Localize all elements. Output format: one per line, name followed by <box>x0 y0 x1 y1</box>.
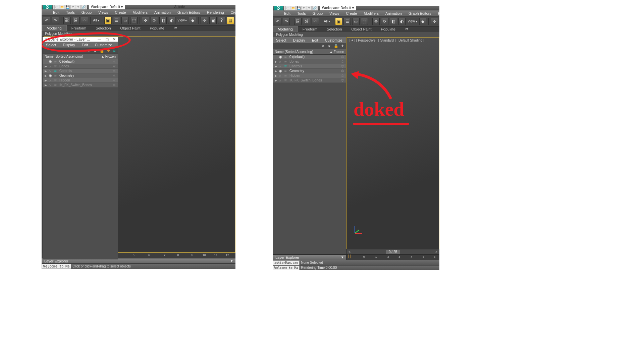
se-layers-icon[interactable]: ≋ <box>113 49 116 53</box>
rotate-button[interactable]: ⟳ <box>151 17 158 24</box>
layer-row[interactable]: ◉≋0 (default)✲ <box>43 59 118 64</box>
expand-arrow-icon[interactable]: ▶ <box>275 79 277 82</box>
workspace-selector[interactable]: Workspace: Default ▾ <box>320 6 356 10</box>
ribbon-tab-modeling[interactable]: Modeling <box>42 25 67 31</box>
menu-create[interactable]: Create <box>342 11 360 16</box>
layer-row[interactable]: ▶○≋Controls✲ <box>43 69 118 73</box>
qat-new-icon[interactable]: ▢ <box>285 6 290 10</box>
layer-name[interactable]: Controls <box>59 69 111 73</box>
ribbon-collapse-icon[interactable]: ▫▾ <box>400 26 413 32</box>
freeze-icon[interactable]: ✲ <box>112 59 118 64</box>
qat-new-icon[interactable]: ▢ <box>54 5 59 9</box>
freeze-icon[interactable]: ✲ <box>341 73 346 78</box>
ribbon-tab-object-paint[interactable]: Object Paint <box>347 26 376 32</box>
qat-open-icon[interactable]: 📂 <box>60 5 64 9</box>
link-button[interactable]: ⛓ <box>294 18 302 25</box>
layer-name[interactable]: IK_FK_Switch_Bones <box>289 78 339 82</box>
visibility-eye-icon[interactable]: ◉ <box>49 73 53 78</box>
col-name[interactable]: Name (Sorted Ascending) <box>275 50 313 54</box>
menu-rendering[interactable]: Rendering <box>435 11 439 16</box>
layer-row[interactable]: ◉≋0 (default)✲ <box>273 55 346 59</box>
visibility-eye-icon[interactable]: ○ <box>49 64 53 68</box>
scene-explorer-docked[interactable]: Select Display Edit Customize ✕ ▼ 🔒 ✚ Na… <box>273 37 346 260</box>
layer-name[interactable]: IK_FK_Switch_Bones <box>59 83 111 87</box>
visibility-eye-icon[interactable]: ◉ <box>279 69 283 73</box>
freeze-icon[interactable]: ✲ <box>341 64 346 69</box>
toggle-scene-explorer-button[interactable]: ▤ <box>227 17 234 24</box>
workspace-selector[interactable]: Workspace: Default ▾ <box>89 5 125 9</box>
layer-row[interactable]: ▶◉≋Geometry✲ <box>273 69 346 73</box>
select-object-button[interactable]: ▣ <box>335 18 342 25</box>
qat-save-icon[interactable]: 💾 <box>296 6 301 10</box>
layer-name[interactable]: Bones <box>289 60 339 63</box>
qat-undo-icon[interactable]: ↶ <box>302 6 306 10</box>
freeze-icon[interactable]: ✲ <box>112 64 118 69</box>
ribbon-tab-object-paint[interactable]: Object Paint <box>116 25 145 31</box>
qat-save-icon[interactable]: 💾 <box>65 5 70 9</box>
se-search-clear-icon[interactable]: ✕ <box>322 44 325 48</box>
layer-name[interactable]: Hidden <box>59 78 111 82</box>
menu-group[interactable]: Group <box>309 11 326 16</box>
scene-explorer-floating[interactable]: 3 Scene Explorer - Layer ... — ▢ ✕ Selec… <box>43 37 118 259</box>
se-lock-icon[interactable]: 🔒 <box>334 44 338 48</box>
time-slider[interactable]: < 0 / 25 > <box>346 249 439 254</box>
se-menu-display[interactable]: Display <box>290 38 309 43</box>
select-by-name-button[interactable]: ☰ <box>343 18 351 25</box>
use-pivot-button[interactable]: ◆ <box>419 18 427 25</box>
menu-graph-editors[interactable]: Graph Editors <box>405 11 435 16</box>
menu-tools[interactable]: Tools <box>294 11 309 16</box>
se-filter-icon[interactable]: ▼ <box>327 44 331 48</box>
ribbon-tab-freeform[interactable]: Freeform <box>67 25 91 31</box>
ribbon-tab-selection[interactable]: Selection <box>322 26 346 32</box>
col-frozen[interactable]: ▲ Frozen <box>101 55 116 58</box>
scene-explorer-header[interactable]: Name (Sorted Ascending) ▲ Frozen <box>273 49 346 55</box>
menu-civil-view[interactable]: Civil View <box>227 10 235 15</box>
se-menu-customize[interactable]: Customize <box>322 38 346 43</box>
menu-tools[interactable]: Tools <box>63 10 78 15</box>
placement-button[interactable]: ◐ <box>168 17 175 24</box>
qat-redo-icon[interactable]: ↷ <box>76 5 80 9</box>
expand-arrow-icon[interactable]: ▶ <box>45 79 47 82</box>
time-ruler[interactable]: ⎮⎮ 0 1 2 3 4 5 6 <box>346 254 439 260</box>
redo-button[interactable]: ↷ <box>283 18 290 25</box>
ribbon-panel-label[interactable]: Polygon Modeling <box>273 32 439 37</box>
visibility-eye-icon[interactable]: ◉ <box>49 59 53 64</box>
layer-name[interactable]: Bones <box>59 64 111 68</box>
menu-views[interactable]: Views <box>326 11 342 16</box>
bind-button[interactable]: 〰 <box>312 18 319 25</box>
layer-name[interactable]: 0 (default) <box>289 55 339 59</box>
scale-button[interactable]: ◧ <box>390 18 397 25</box>
scene-explorer-header[interactable]: Name (Sorted Ascending) ▲ Frozen <box>43 54 118 59</box>
menu-group[interactable]: Group <box>78 10 95 15</box>
ribbon-tab-selection[interactable]: Selection <box>91 25 115 31</box>
visibility-eye-icon[interactable]: ○ <box>279 60 283 64</box>
layer-row[interactable]: ▶○≋Bones✲ <box>43 64 118 69</box>
visibility-eye-icon[interactable]: ○ <box>49 83 53 87</box>
expand-arrow-icon[interactable]: ▶ <box>45 65 47 68</box>
scale-button[interactable]: ◧ <box>159 17 167 24</box>
layer-row[interactable]: ▶○≋Hidden✲ <box>43 78 118 83</box>
visibility-eye-icon[interactable]: ○ <box>49 69 53 73</box>
expand-arrow-icon[interactable]: ▶ <box>45 74 47 77</box>
keyboard-shortcut-button[interactable]: ▣ <box>209 17 217 24</box>
se-menu-select[interactable]: Select <box>273 38 290 43</box>
expand-arrow-icon[interactable]: ▶ <box>275 60 277 63</box>
layer-row[interactable]: ▶◉≋Geometry✲ <box>43 73 118 78</box>
layer-row[interactable]: ▶○≋Controls✲ <box>273 64 346 69</box>
expand-arrow-icon[interactable]: ▶ <box>275 69 277 73</box>
unlink-button[interactable]: ⛓̸ <box>303 18 310 25</box>
layer-row[interactable]: ▶○≋IK_FK_Switch_Bones✲ <box>273 78 346 83</box>
select-region-button[interactable]: ▭ <box>121 17 129 24</box>
ribbon-tab-populate[interactable]: Populate <box>376 26 400 32</box>
select-region-button[interactable]: ▭ <box>352 18 360 25</box>
unlink-button[interactable]: ⛓̸ <box>72 17 79 24</box>
undo-button[interactable]: ↶ <box>43 17 50 24</box>
menu-animation[interactable]: Animation <box>382 11 405 16</box>
selection-filter[interactable]: All ▾ <box>93 18 100 22</box>
menu-create[interactable]: Create <box>111 10 129 15</box>
qat-undo-icon[interactable]: ↶ <box>70 5 75 9</box>
expand-arrow-icon[interactable]: ▶ <box>275 65 277 68</box>
expand-arrow-icon[interactable]: ▶ <box>45 83 47 87</box>
menu-edit[interactable]: Edit <box>281 11 294 16</box>
layer-row[interactable]: ▶○≋Hidden✲ <box>273 73 346 78</box>
